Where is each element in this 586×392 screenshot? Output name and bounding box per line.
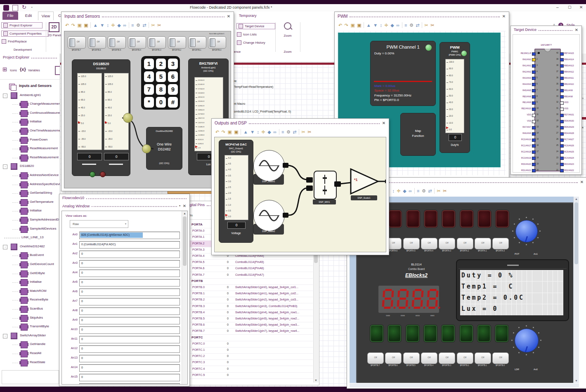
tab-file[interactable]: File: [2, 12, 18, 20]
swap-icon[interactable]: ⇄: [428, 189, 432, 193]
tab-view[interactable]: View: [38, 12, 54, 20]
scrollbar-horizontal[interactable]: [350, 383, 579, 387]
tree-macro-item[interactable]: GetHandle: [0, 340, 60, 349]
digital-port-group-row[interactable]: ▸PORTB: [183, 278, 313, 285]
dac-component[interactable]: MCP47x6 DAC DAC_Output1 (I2C CH1) 0 Volt…: [219, 140, 253, 243]
tree-macro-item[interactable]: ReceiveByte: [0, 296, 60, 305]
analog-value-field[interactable]: 0: [79, 260, 180, 268]
tree-macro-item[interactable]: AddressSpecificDevice: [0, 181, 60, 189]
pot-knob[interactable]: [511, 216, 541, 246]
digital-pin-row[interactable]: PORTB.10SwitchArraySlider1(pin1), keypad…: [183, 291, 313, 297]
scroll-thumb[interactable]: [574, 202, 578, 264]
panel-titlebar[interactable]: Analog Window ▪ ✕: [59, 202, 189, 210]
tree-macro-item[interactable]: MatchROM: [0, 287, 60, 296]
pin-pad-icon[interactable]: [532, 157, 536, 160]
analog-value-field[interactable]: 0: [79, 279, 180, 286]
tree-link-item[interactable]: LINK_LINE_13: [0, 234, 60, 242]
settings-icon[interactable]: ⚙: [286, 130, 291, 134]
pin-pad-icon[interactable]: [560, 163, 564, 166]
tree-root-item[interactable]: Inputs and Sensors: [0, 82, 60, 91]
list-icon[interactable]: ≡: [281, 130, 284, 134]
port-switch-button[interactable]: Off: [439, 238, 455, 249]
port-switch-button[interactable]: Off: [385, 352, 402, 364]
expand-toggle-icon[interactable]: -: [3, 94, 7, 98]
toggle-switch[interactable]: Off: [148, 36, 166, 49]
slider-scale[interactable]: 125.0105.085.065.045.025.05.0-15.0-35.0-…: [104, 73, 129, 150]
pin-pad-icon[interactable]: [532, 52, 536, 56]
pwm-slider-component[interactable]: PWM PWM1 (PWM CH1) 0 Duty% 100.090.080.0…: [440, 42, 470, 153]
component-properties-button[interactable]: Component Properties: [1, 31, 48, 37]
keypad-key-1[interactable]: 1: [144, 59, 154, 69]
pin-pad-icon[interactable]: [560, 52, 564, 56]
paste-icon[interactable]: ▣: [84, 23, 88, 28]
inputs-canvas[interactable]: DS18B20 DS18B20 0 0 125.0105.085.065.045…: [64, 31, 231, 188]
tree-component-item[interactable]: -DS18B20: [0, 162, 60, 171]
anchor-icon[interactable]: ◆: [403, 189, 406, 193]
list-icon[interactable]: ≡: [417, 189, 419, 193]
variables-toggle-label[interactable]: Variables: [28, 69, 40, 72]
digital-pin-row[interactable]: PORTC.10: [183, 347, 313, 354]
slider-pointer-icon[interactable]: [225, 214, 228, 216]
pin-pad-icon[interactable]: [560, 150, 564, 154]
port-switch-button[interactable]: Off: [457, 238, 473, 249]
port-switch-button[interactable]: Off: [457, 352, 473, 364]
pin-pad-icon[interactable]: [560, 101, 564, 105]
view-mode-dropdown[interactable]: Raw ▾: [70, 220, 128, 228]
port-switch-button[interactable]: Off: [475, 238, 491, 249]
cut-icon[interactable]: ✂: [437, 189, 441, 193]
copy-icon[interactable]: ▣: [227, 130, 232, 134]
tree-macro-item[interactable]: Initialise: [0, 278, 60, 287]
list-icon[interactable]: ≡: [404, 23, 407, 28]
undo-icon[interactable]: ↶: [215, 130, 219, 134]
icons-toggle-label[interactable]: Icons: [10, 69, 17, 72]
expand-toggle-icon[interactable]: -: [3, 164, 7, 169]
port-switch-button[interactable]: Off: [403, 352, 420, 364]
port-switch-button[interactable]: Off: [403, 238, 420, 249]
pin-icon[interactable]: ▪: [179, 204, 180, 208]
delete-icon[interactable]: ✂: [307, 130, 311, 134]
settings-icon[interactable]: ⚙: [422, 189, 426, 193]
port-switch-button[interactable]: Off: [492, 238, 509, 249]
keypad-key-7[interactable]: 7: [144, 84, 154, 95]
tree-macro-item[interactable]: SampleAllDevices: [0, 225, 60, 234]
analog-value-field[interactable]: 0: [79, 374, 180, 381]
pin-pad-icon[interactable]: [532, 95, 536, 99]
tree-macro-item[interactable]: GetIDByte: [0, 270, 60, 278]
keypad-key-4[interactable]: 4: [144, 71, 154, 82]
digital-pin-row[interactable]: PORTC.00: [183, 341, 313, 347]
pin-pad-icon[interactable]: [532, 132, 536, 136]
scroll-up-icon[interactable]: ▲: [183, 212, 186, 215]
toggle-switch[interactable]: Off: [168, 36, 186, 49]
pwm-channel-box[interactable]: PWM Channel 1 Duty = 0.00% Mark = 0.00us…: [370, 41, 436, 106]
digital-pin-row[interactable]: PORTB.70SwitchArraySlider1(pin7), keypad…: [183, 328, 313, 335]
keypad-key-#[interactable]: #: [168, 97, 178, 108]
anchor-icon[interactable]: ◆: [117, 23, 121, 28]
pin-pad-icon[interactable]: [532, 77, 536, 80]
pin-pad-icon[interactable]: [532, 138, 536, 142]
copy-icon[interactable]: ▣: [350, 23, 354, 28]
analog-value-field[interactable]: 0: [79, 317, 180, 324]
swap-icon[interactable]: ⇄: [416, 23, 419, 28]
toggle-switch[interactable]: Off: [68, 36, 86, 49]
paste-icon[interactable]: ▣: [234, 130, 238, 134]
outputs-dsp-window[interactable]: Outputs and DSP ✕ ↶↷▣▣▲▼↕✛◆∞≡⚙⇄✂✂ MCP47x…: [211, 118, 389, 255]
tree-macro-item[interactable]: GetTemperature: [0, 198, 60, 207]
tree-macro-item[interactable]: ReadState: [0, 359, 60, 367]
redo-icon[interactable]: ↷: [345, 23, 348, 28]
wire-node-icon[interactable]: [123, 113, 133, 123]
tree-macro-item[interactable]: OneTimeMeasurement: [0, 127, 60, 136]
scroll-up-icon[interactable]: ▴: [582, 125, 584, 129]
pin-pad-icon[interactable]: [560, 126, 564, 129]
pin-pad-icon[interactable]: [560, 64, 564, 68]
port-switch-button[interactable]: Off: [421, 352, 437, 364]
tree-macro-item[interactable]: SkipAdrs: [0, 314, 60, 323]
close-icon[interactable]: ✕: [382, 121, 386, 125]
toggle-switch[interactable]: Off: [128, 36, 146, 49]
tree-macro-item[interactable]: ReadAll: [0, 350, 60, 358]
analog-value-field[interactable]: 0: [79, 345, 180, 353]
title-bar[interactable]: ↻ ▪ Flowcode - Dedicated 2D component pa…: [0, 4, 586, 12]
digital-pin-row[interactable]: PORTB.20SwitchArraySlider1(pin2), keypad…: [183, 297, 313, 303]
analog-value-field[interactable]: 0: [79, 364, 180, 372]
send-back-icon[interactable]: ▼: [250, 130, 255, 134]
digital-pin-row[interactable]: PORTA.70ComboBL0114(PinA7): [183, 272, 313, 279]
